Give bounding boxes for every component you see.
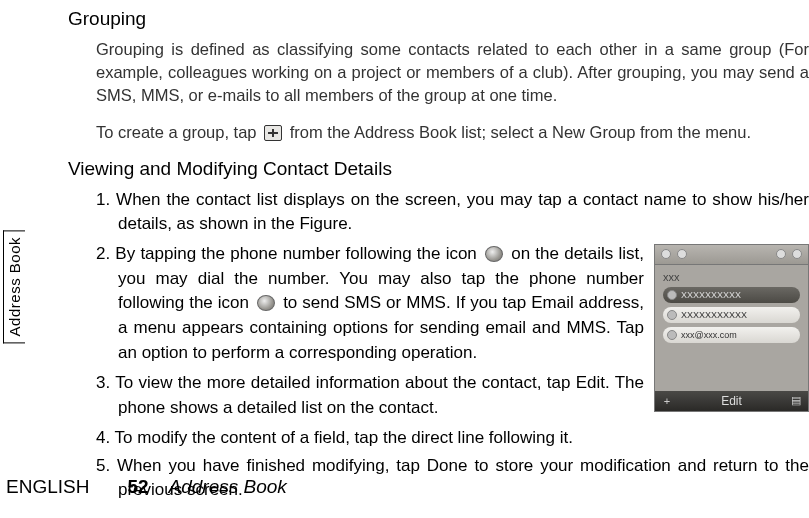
status-dot-icon: [792, 249, 802, 259]
viewing-item-1: 1. When the contact list displays on the…: [96, 188, 809, 236]
side-tab-address-book: Address Book: [3, 230, 25, 343]
footer-language: ENGLISH: [6, 476, 89, 498]
viewing-item-3: 3. To view the more detailed information…: [96, 371, 644, 420]
status-dot-icon: [661, 249, 671, 259]
phone-row-icon: [667, 310, 677, 320]
contact-phone-1: XXXXXXXXXX: [681, 290, 741, 300]
phone-row-icon: [667, 290, 677, 300]
page-footer: ENGLISH 52 Address Book: [0, 466, 809, 508]
contact-phone-2: XXXXXXXXXXX: [681, 310, 747, 320]
heading-viewing: Viewing and Modifying Contact Details: [68, 158, 809, 180]
phone-add-icon: +: [659, 393, 675, 409]
phone-status-bar: [655, 245, 808, 265]
viewing-item-2-pre: 2. By tapping the phone number following…: [96, 244, 477, 263]
grouping-para-1: Grouping is defined as classifying some …: [96, 38, 809, 107]
viewing-item-2: 2. By tapping the phone number following…: [96, 242, 644, 365]
grouping-para-2: To create a group, tap from the Address …: [96, 121, 809, 144]
add-group-icon: [264, 125, 282, 141]
phone-screenshot: xxx XXXXXXXXXX XXXXXXXXXXX xxx@xxx.com: [654, 244, 809, 412]
phone-edit-label: Edit: [721, 394, 742, 408]
contact-name: xxx: [663, 271, 800, 283]
footer-page-number: 52: [127, 476, 148, 498]
heading-grouping: Grouping: [68, 8, 809, 30]
dial-icon: [485, 246, 503, 262]
email-row-icon: [667, 330, 677, 340]
message-icon: [257, 295, 275, 311]
contact-email: xxx@xxx.com: [681, 330, 737, 340]
status-dot-icon: [776, 249, 786, 259]
footer-title: Address Book: [169, 476, 287, 498]
viewing-item-4: 4. To modify the content of a field, tap…: [96, 426, 809, 450]
contact-phone-row-1: XXXXXXXXXX: [663, 287, 800, 303]
contact-email-row: xxx@xxx.com: [663, 327, 800, 343]
contact-phone-row-2: XXXXXXXXXXX: [663, 307, 800, 323]
viewing-item-2-and-3: 2. By tapping the phone number following…: [96, 242, 644, 420]
status-dot-icon: [677, 249, 687, 259]
grouping-para-2-post: from the Address Book list; select a New…: [290, 123, 751, 141]
phone-doc-icon: ▤: [788, 393, 804, 409]
phone-bottom-bar: + Edit ▤: [655, 391, 808, 411]
grouping-para-2-pre: To create a group, tap: [96, 123, 257, 141]
